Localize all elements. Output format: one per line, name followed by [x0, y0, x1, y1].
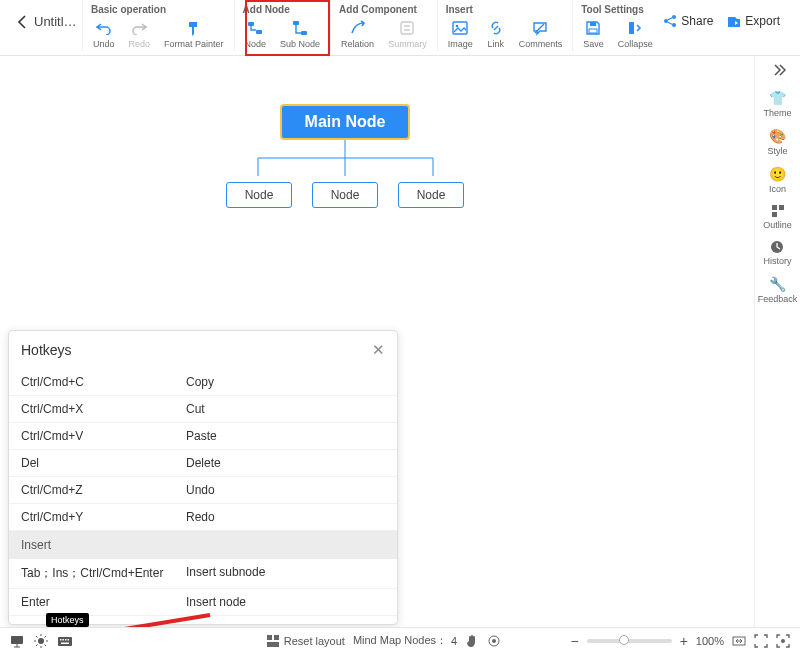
- comments-icon: [531, 19, 549, 37]
- redo-label: Redo: [129, 39, 151, 49]
- smiley-icon: 🙂: [769, 166, 786, 182]
- panel-theme[interactable]: 👕Theme: [763, 90, 791, 118]
- focus-icon[interactable]: [776, 634, 790, 648]
- panel-style[interactable]: 🎨Style: [767, 128, 787, 156]
- reset-layout-button[interactable]: Reset layout: [266, 634, 345, 648]
- fullscreen-icon[interactable]: [754, 634, 768, 648]
- svg-rect-20: [60, 639, 62, 641]
- child-node-1[interactable]: Node: [226, 182, 292, 208]
- palette-icon: 🎨: [769, 128, 786, 144]
- image-label: Image: [448, 39, 473, 49]
- hotkeys-body[interactable]: Ctrl/Cmd+CCopy Ctrl/Cmd+XCut Ctrl/Cmd+VP…: [9, 369, 397, 624]
- svg-rect-4: [401, 22, 413, 34]
- brightness-icon[interactable]: [34, 634, 48, 648]
- hand-tool[interactable]: [465, 634, 479, 648]
- export-button[interactable]: Export: [727, 14, 780, 28]
- image-button[interactable]: Image: [444, 17, 477, 51]
- panel-icon[interactable]: 🙂Icon: [769, 166, 786, 194]
- zoom-slider[interactable]: [587, 639, 672, 643]
- svg-rect-2: [293, 21, 299, 25]
- save-icon: [584, 19, 602, 37]
- hotkeys-tooltip: Hotkeys: [46, 613, 89, 627]
- hotkey-row: Ctrl/Cmd+VPaste: [9, 423, 397, 450]
- panel-collapse-toggle[interactable]: [770, 64, 786, 76]
- svg-rect-14: [779, 205, 784, 210]
- share-icon: [663, 14, 677, 28]
- node-count: Mind Map Nodes：4: [353, 633, 457, 648]
- group-insert-header: Insert: [444, 4, 567, 15]
- panel-outline[interactable]: Outline: [763, 204, 792, 230]
- shirt-icon: 👕: [769, 90, 786, 106]
- hotkey-row: Ctrl/Cmd+CCopy: [9, 369, 397, 396]
- svg-rect-27: [267, 642, 279, 647]
- child-node-3[interactable]: Node: [398, 182, 464, 208]
- add-node-label: Node: [245, 39, 267, 49]
- format-painter-button[interactable]: Format Painter: [160, 17, 228, 51]
- child-node-2[interactable]: Node: [312, 182, 378, 208]
- zoom-in[interactable]: +: [680, 633, 688, 649]
- add-sub-node-icon: [291, 19, 309, 37]
- svg-point-18: [38, 638, 44, 644]
- keyboard-icon[interactable]: [58, 634, 72, 648]
- svg-rect-19: [58, 637, 72, 646]
- share-label: Share: [681, 14, 713, 28]
- fit-width-icon[interactable]: [732, 634, 746, 648]
- panel-history[interactable]: History: [763, 240, 791, 266]
- zoom-out[interactable]: −: [570, 633, 578, 649]
- svg-rect-9: [629, 22, 634, 34]
- link-icon: [487, 19, 505, 37]
- add-node-button[interactable]: Node: [241, 17, 271, 51]
- main-node[interactable]: Main Node: [280, 104, 410, 140]
- group-add-node: Add Node Node Sub Node: [234, 0, 331, 51]
- relation-button[interactable]: Relation: [337, 17, 378, 51]
- save-button[interactable]: Save: [579, 17, 608, 51]
- group-add-node-header: Add Node: [241, 4, 325, 15]
- hotkey-row: Ctrl/Cmd+ZUndo: [9, 477, 397, 504]
- redo-button[interactable]: Redo: [125, 17, 155, 51]
- document-title[interactable]: Untitl…: [34, 0, 82, 29]
- redo-icon: [130, 19, 148, 37]
- collapse-label: Collapse: [618, 39, 653, 49]
- svg-point-12: [672, 23, 676, 27]
- target-tool[interactable]: [487, 634, 501, 648]
- link-button[interactable]: Link: [483, 17, 509, 51]
- svg-rect-22: [65, 639, 67, 641]
- svg-rect-7: [590, 22, 596, 26]
- right-panel: 👕Theme 🎨Style 🙂Icon Outline History 🔧Fee…: [754, 56, 800, 627]
- undo-label: Undo: [93, 39, 115, 49]
- collapse-button[interactable]: Collapse: [614, 17, 657, 51]
- svg-point-6: [456, 25, 459, 28]
- group-add-component: Add Component Relation Summary: [330, 0, 437, 51]
- export-label: Export: [745, 14, 780, 28]
- clock-icon: [770, 240, 784, 254]
- comments-label: Comments: [519, 39, 563, 49]
- summary-icon: [398, 19, 416, 37]
- undo-button[interactable]: Undo: [89, 17, 119, 51]
- back-button[interactable]: [6, 0, 34, 30]
- undo-icon: [95, 19, 113, 37]
- relation-label: Relation: [341, 39, 374, 49]
- group-basic-header: Basic operation: [89, 4, 228, 15]
- panel-feedback[interactable]: 🔧Feedback: [758, 276, 798, 304]
- hotkeys-close[interactable]: ✕: [372, 341, 385, 359]
- comments-button[interactable]: Comments: [515, 17, 567, 51]
- svg-rect-3: [301, 31, 307, 35]
- svg-point-31: [781, 639, 785, 643]
- link-label: Link: [487, 39, 504, 49]
- relation-icon: [349, 19, 367, 37]
- summary-label: Summary: [388, 39, 427, 49]
- toolbar: Untitl… Basic operation Undo Redo Format…: [0, 0, 800, 56]
- summary-button[interactable]: Summary: [384, 17, 431, 51]
- svg-point-29: [492, 639, 496, 643]
- zoom-level: 100%: [696, 635, 724, 647]
- hotkeys-popup: Hotkeys ✕ Ctrl/Cmd+CCopy Ctrl/Cmd+XCut C…: [8, 330, 398, 625]
- svg-rect-26: [274, 635, 279, 640]
- add-sub-node-label: Sub Node: [280, 39, 320, 49]
- svg-rect-24: [61, 642, 69, 644]
- share-button[interactable]: Share: [663, 14, 713, 28]
- hotkey-section-insert: Insert: [9, 531, 397, 559]
- presentation-icon[interactable]: [10, 634, 24, 648]
- add-sub-node-button[interactable]: Sub Node: [276, 17, 324, 51]
- svg-rect-1: [256, 30, 262, 34]
- collapse-icon: [626, 19, 644, 37]
